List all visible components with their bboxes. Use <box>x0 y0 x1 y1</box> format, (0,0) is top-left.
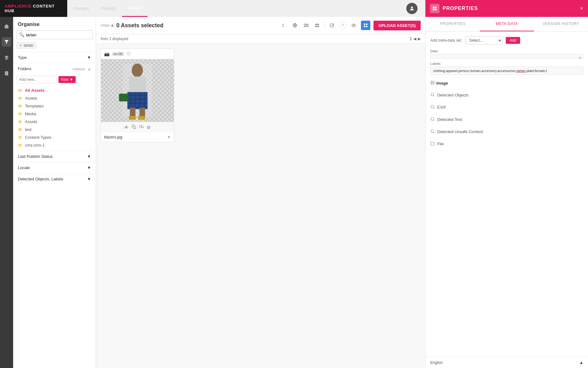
properties-close-button[interactable]: × <box>580 5 583 12</box>
filter-last-publish-arrow: ▼ <box>87 154 91 159</box>
search-tag-chip[interactable]: ✕ tartan <box>16 42 36 49</box>
asset-actions-bar: 👁 ⚙ <box>101 122 174 132</box>
folders-header[interactable]: Folders collapse ▲ <box>13 63 96 74</box>
folder-icon-media: 📁 <box>18 112 23 116</box>
folder-icon-assets2: 📁 <box>18 120 23 124</box>
icon-bar-filter[interactable] <box>2 37 11 47</box>
upload-assets-button[interactable]: UPLOAD ASSET(S) <box>373 21 421 30</box>
folder-content-types[interactable]: 📁 Content-Types <box>13 133 96 141</box>
folder-label-content-types: Content-Types <box>25 135 52 140</box>
add-meta-button[interactable]: Add <box>506 37 520 44</box>
detected-text-icon <box>430 117 435 122</box>
nav-publish[interactable]: Publish <box>95 0 122 17</box>
svg-rect-39 <box>129 116 136 120</box>
icon-bar-home[interactable] <box>2 22 11 31</box>
tab-version-history[interactable]: VERSION HISTORY <box>534 17 588 31</box>
grid-view-icon[interactable] <box>312 21 322 30</box>
detected-objects-icon <box>430 92 435 98</box>
items-per-page: 20 <box>302 23 310 28</box>
asset-image-container[interactable] <box>101 59 174 122</box>
filter-type-header[interactable]: Type ▼ <box>13 52 96 63</box>
asset-copy-icon[interactable] <box>132 125 136 130</box>
filter-last-publish-header[interactable]: Last Publish Status ▼ <box>13 151 96 162</box>
filter-detected-objects: Detected Objects: Labels ▼ <box>13 173 96 184</box>
svg-line-46 <box>433 96 434 96</box>
folder-all-assets[interactable]: 📁 All Assets <box>13 86 96 94</box>
folders-collapse-label[interactable]: collapse <box>73 67 85 71</box>
folder-media[interactable]: 📁 Media <box>13 110 96 118</box>
svg-rect-16 <box>364 26 365 27</box>
detected-text-item[interactable]: Detected Text <box>430 115 583 124</box>
asset-view-icon[interactable]: 👁 <box>124 125 129 130</box>
close-panel-button[interactable]: close ◀ <box>101 23 113 28</box>
filter-detected-arrow: ▼ <box>87 177 91 181</box>
prev-page-button[interactable]: ◀ <box>413 37 416 41</box>
labels-text: clothing,apparel,person,human,accessory,… <box>433 69 547 73</box>
logo: AMPLIENCE CONTENT HUB <box>0 0 67 17</box>
svg-rect-11 <box>317 26 319 27</box>
asset-upload-icon[interactable] <box>139 125 144 130</box>
file-label: File <box>437 142 444 146</box>
exif-icon <box>430 105 435 110</box>
data-copy-icon[interactable]: ⧉ <box>579 56 581 60</box>
folder-cms[interactable]: 📁 cms:cms-1 <box>13 141 96 149</box>
search-box[interactable]: 🔍 <box>16 30 93 39</box>
selection-mode-icon[interactable] <box>361 21 370 30</box>
svg-rect-10 <box>316 26 317 27</box>
image-section: Image <box>430 78 583 87</box>
search-input[interactable] <box>26 33 90 37</box>
select-all-icon[interactable] <box>327 21 337 30</box>
folder-icon-test: 📁 <box>18 127 23 132</box>
folder-test[interactable]: 📁 test <box>13 126 96 133</box>
folder-icon-templates: 📁 <box>18 104 23 108</box>
folders-title: Folders <box>18 66 31 71</box>
folder-assets-1[interactable]: 📁 Assets <box>13 94 96 102</box>
asset-name: blazers.jpg <box>104 135 122 139</box>
new-folder-button[interactable]: New ▼ <box>58 76 76 83</box>
sort-order-icon[interactable] <box>278 21 288 30</box>
footer-arrow-icon[interactable]: ▲ <box>579 360 583 365</box>
asset-expand-arrow[interactable]: ▼ <box>167 135 171 139</box>
filter-locale-arrow: ▼ <box>87 165 91 170</box>
tab-meta-data[interactable]: META-DATA <box>480 17 534 31</box>
svg-point-44 <box>432 82 432 82</box>
detected-unsafe-icon <box>430 129 435 134</box>
svg-point-13 <box>353 25 355 26</box>
file-item[interactable]: File <box>430 139 583 148</box>
filter-type-label: Type <box>18 55 27 60</box>
from-displayed-text: from 1 displayed <box>101 37 128 41</box>
exif-item[interactable]: EXIF <box>430 103 583 112</box>
publish-status-icon[interactable]: P <box>339 22 347 29</box>
detected-unsafe-item[interactable]: Detected Unsafe Content <box>430 127 583 136</box>
locale-icon[interactable] <box>290 21 300 30</box>
add-folder-input[interactable] <box>16 76 57 83</box>
folder-templates[interactable]: 📁 Templates <box>13 102 96 110</box>
next-page-button[interactable]: ▶ <box>418 37 421 41</box>
nav-content[interactable]: Content <box>67 0 95 17</box>
svg-rect-15 <box>366 23 368 25</box>
filter-locale-header[interactable]: Locale ▼ <box>13 162 96 173</box>
labels-value: clothing,apparel,person,human,accessory,… <box>430 67 583 75</box>
icon-bar-tools[interactable] <box>2 53 11 62</box>
add-meta-row: Add meta-data set: Select... Add <box>430 36 583 44</box>
tab-properties[interactable]: PROPERTIES <box>426 17 480 31</box>
icon-bar-book[interactable] <box>2 69 11 78</box>
detected-text-section: Detected Text <box>430 115 583 124</box>
detected-objects-item[interactable]: Detected Objects <box>430 91 583 100</box>
avatar[interactable] <box>406 3 418 14</box>
filter-type-arrow: ▼ <box>87 55 91 60</box>
tag-close-icon[interactable]: ✕ <box>19 43 22 48</box>
asset-settings-icon[interactable]: ⚙ <box>147 125 151 130</box>
folder-icon-content-types: 📁 <box>18 135 23 140</box>
toolbar-divider-1 <box>324 22 325 29</box>
svg-rect-9 <box>317 24 319 25</box>
meta-data-set-select[interactable]: Select... <box>465 36 503 44</box>
labels-section: Labels clothing,apparel,person,human,acc… <box>430 62 583 75</box>
nav-assets[interactable]: Assets <box>122 0 148 17</box>
data-value: ⧉ <box>430 54 583 59</box>
filter-detected-header[interactable]: Detected Objects: Labels ▼ <box>13 174 96 184</box>
folder-assets-2[interactable]: 📁 Assets <box>13 118 96 126</box>
preview-icon[interactable] <box>349 21 358 30</box>
exif-label: EXIF <box>437 105 446 110</box>
filter-type: Type ▼ <box>13 52 96 63</box>
